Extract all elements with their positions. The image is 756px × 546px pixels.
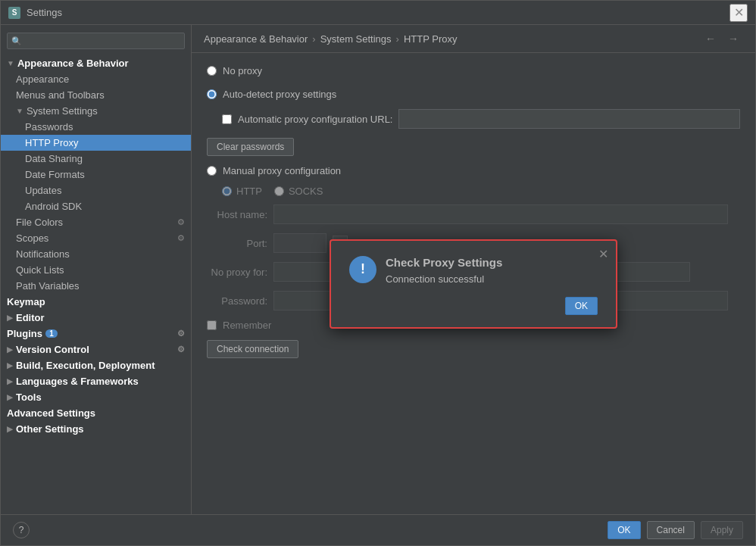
settings-icon: ⚙	[177, 345, 185, 354]
sidebar-item-date-formats[interactable]: Date Formats	[1, 167, 191, 183]
settings-icon: ⚙	[177, 217, 185, 227]
sidebar-item-path-variables[interactable]: Path Variables	[1, 278, 191, 294]
settings-window: S Settings ✕ 🔍 ▼ Appearance & Behavior A…	[0, 0, 756, 546]
dialog-warning-icon: !	[349, 256, 376, 283]
plugins-badge: 1	[45, 329, 58, 338]
sidebar-item-keymap[interactable]: Keymap	[1, 294, 191, 310]
settings-icon: ⚙	[177, 329, 185, 339]
sidebar-item-scopes[interactable]: Scopes ⚙	[1, 230, 191, 246]
breadcrumb: Appearance & Behavior › System Settings …	[192, 25, 755, 53]
nav-back-button[interactable]: ←	[701, 31, 720, 46]
sidebar-item-version-control[interactable]: ▶ Version Control ⚙	[1, 342, 191, 357]
sidebar-item-data-sharing[interactable]: Data Sharing	[1, 151, 191, 167]
sidebar-item-build-execution[interactable]: ▶ Build, Execution, Deployment	[1, 357, 191, 373]
app-icon: S	[8, 7, 20, 19]
sidebar-item-notifications[interactable]: Notifications	[1, 246, 191, 262]
dialog-title: Check Proxy Settings	[386, 256, 502, 269]
dialog-text: Check Proxy Settings Connection successf…	[386, 256, 502, 285]
sidebar-item-updates[interactable]: Updates	[1, 183, 191, 198]
sidebar-item-appearance-behavior[interactable]: ▼ Appearance & Behavior	[1, 55, 191, 71]
search-input[interactable]	[7, 33, 185, 49]
dialog-header: ! Check Proxy Settings Connection succes…	[349, 256, 598, 285]
search-box[interactable]: 🔍	[7, 33, 185, 49]
breadcrumb-item-3[interactable]: HTTP Proxy	[404, 33, 458, 45]
cancel-button[interactable]: Cancel	[647, 521, 695, 539]
sidebar-item-menus-toolbars[interactable]: Menus and Toolbars	[1, 87, 191, 103]
sidebar-item-appearance[interactable]: Appearance	[1, 71, 191, 87]
expand-arrow: ▶	[7, 361, 13, 370]
right-panel: Appearance & Behavior › System Settings …	[192, 25, 755, 514]
content-area: No proxy Auto-detect proxy settings Auto…	[192, 53, 755, 514]
dialog-message: Connection successful	[386, 273, 502, 285]
breadcrumb-nav: ← →	[701, 31, 743, 46]
sidebar-item-tools[interactable]: ▶ Tools	[1, 389, 191, 405]
sidebar-item-file-colors[interactable]: File Colors ⚙	[1, 214, 191, 230]
sidebar-item-http-proxy[interactable]: HTTP Proxy	[1, 135, 191, 151]
breadcrumb-sep-2: ›	[396, 33, 399, 45]
window-title: Settings	[27, 7, 62, 18]
close-button[interactable]: ✕	[729, 4, 748, 22]
sidebar-item-languages-frameworks[interactable]: ▶ Languages & Frameworks	[1, 373, 191, 389]
sidebar-item-passwords[interactable]: Passwords	[1, 119, 191, 135]
dialog-overlay: ✕ ! Check Proxy Settings Connection succ…	[192, 53, 755, 514]
help-button[interactable]: ?	[13, 522, 30, 538]
expand-arrow: ▶	[7, 425, 13, 433]
ok-button[interactable]: OK	[608, 521, 640, 539]
sidebar-item-system-settings[interactable]: ▼ System Settings	[1, 103, 191, 119]
titlebar: S Settings ✕	[1, 1, 755, 25]
sidebar-item-plugins[interactable]: Plugins 1 ⚙	[1, 326, 191, 342]
nav-forward-button[interactable]: →	[723, 31, 743, 46]
sidebar-item-quick-lists[interactable]: Quick Lists	[1, 262, 191, 278]
dialog-footer: OK	[349, 297, 598, 315]
expand-arrow: ▼	[16, 107, 23, 115]
breadcrumb-item-2[interactable]: System Settings	[320, 33, 392, 45]
expand-arrow: ▼	[7, 59, 14, 67]
sidebar-item-other-settings[interactable]: ▶ Other Settings	[1, 421, 191, 437]
expand-arrow: ▶	[7, 345, 13, 354]
dialog-ok-button[interactable]: OK	[565, 297, 598, 315]
sidebar-item-android-sdk[interactable]: Android SDK	[1, 198, 191, 214]
expand-arrow: ▶	[7, 393, 13, 401]
bottom-bar: ? OK Cancel Apply	[1, 514, 755, 545]
sidebar-item-advanced-settings[interactable]: Advanced Settings	[1, 405, 191, 421]
main-content: 🔍 ▼ Appearance & Behavior Appearance Men…	[1, 25, 755, 514]
settings-icon: ⚙	[177, 233, 185, 243]
sidebar: 🔍 ▼ Appearance & Behavior Appearance Men…	[1, 25, 192, 514]
expand-arrow: ▶	[7, 314, 13, 322]
breadcrumb-item-1[interactable]: Appearance & Behavior	[204, 33, 308, 45]
bottom-left: ?	[13, 522, 30, 538]
breadcrumb-sep-1: ›	[312, 33, 315, 45]
apply-button[interactable]: Apply	[701, 521, 743, 539]
search-icon: 🔍	[11, 36, 22, 46]
expand-arrow: ▶	[7, 377, 13, 385]
check-proxy-dialog: ✕ ! Check Proxy Settings Connection succ…	[330, 239, 617, 329]
sidebar-item-editor[interactable]: ▶ Editor	[1, 310, 191, 326]
dialog-close-button[interactable]: ✕	[598, 247, 608, 261]
